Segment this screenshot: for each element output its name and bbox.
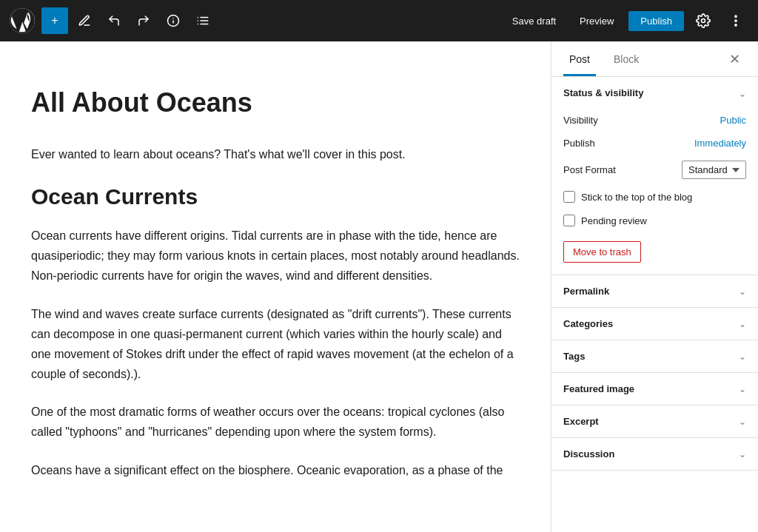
discussion-title: Discussion bbox=[563, 448, 614, 459]
pending-review-label[interactable]: Pending review bbox=[581, 215, 647, 226]
paragraph-5[interactable]: Oceans have a significant effect on the … bbox=[31, 460, 520, 480]
publish-button[interactable]: Publish bbox=[628, 11, 684, 31]
tab-block[interactable]: Block bbox=[608, 41, 645, 76]
sidebar-tabs: Post Block ✕ bbox=[551, 41, 758, 77]
categories-title: Categories bbox=[563, 318, 613, 329]
tab-post[interactable]: Post bbox=[563, 41, 596, 76]
more-options-button[interactable] bbox=[722, 7, 749, 34]
post-format-row: Post Format Standard Aside Chat Gallery … bbox=[563, 155, 746, 185]
move-to-trash-button[interactable]: Move to trash bbox=[563, 241, 641, 263]
settings-button[interactable] bbox=[690, 7, 717, 34]
excerpt-chevron: ⌄ bbox=[739, 417, 746, 427]
permalink-title: Permalink bbox=[563, 286, 609, 297]
editor-area[interactable]: All About Oceans Ever wanted to learn ab… bbox=[0, 41, 551, 532]
sidebar-close-button[interactable]: ✕ bbox=[722, 47, 746, 71]
sidebar: Post Block ✕ Status & visibility ⌃ Visib… bbox=[551, 41, 758, 532]
featured-image-header[interactable]: Featured image ⌄ bbox=[551, 373, 758, 405]
publish-value[interactable]: Immediately bbox=[694, 138, 746, 149]
undo-button[interactable] bbox=[101, 7, 127, 34]
tags-header[interactable]: Tags ⌄ bbox=[551, 340, 758, 372]
status-visibility-content: Visibility Public Publish Immediately Po… bbox=[551, 109, 758, 275]
stick-to-top-row: Stick to the top of the blog bbox=[563, 185, 746, 209]
permalink-chevron: ⌄ bbox=[739, 286, 746, 297]
svg-point-12 bbox=[735, 20, 737, 21]
post-format-select[interactable]: Standard Aside Chat Gallery Link Image Q… bbox=[682, 161, 746, 179]
svg-point-11 bbox=[735, 16, 737, 17]
excerpt-title: Excerpt bbox=[563, 416, 599, 427]
tags-chevron: ⌄ bbox=[739, 351, 746, 362]
status-visibility-title: Status & visibility bbox=[563, 87, 643, 98]
categories-section: Categories ⌄ bbox=[551, 308, 758, 340]
visibility-label: Visibility bbox=[563, 115, 598, 126]
excerpt-section: Excerpt ⌄ bbox=[551, 405, 758, 438]
paragraph-4[interactable]: One of the most dramatic forms of weathe… bbox=[31, 402, 520, 442]
discussion-section: Discussion ⌄ bbox=[551, 438, 758, 471]
info-button[interactable] bbox=[160, 7, 187, 34]
toolbar-right: Save draft Preview Publish bbox=[503, 7, 749, 34]
post-title[interactable]: All About Oceans bbox=[31, 86, 520, 121]
redo-button[interactable] bbox=[130, 7, 157, 34]
list-view-button[interactable] bbox=[190, 7, 216, 34]
tags-section: Tags ⌄ bbox=[551, 340, 758, 373]
wp-logo[interactable] bbox=[9, 7, 36, 34]
visibility-row: Visibility Public bbox=[563, 109, 746, 132]
pending-review-checkbox[interactable] bbox=[563, 215, 575, 226]
stick-to-top-label[interactable]: Stick to the top of the blog bbox=[581, 192, 692, 203]
top-toolbar: + Save draft Preview Publish bbox=[0, 0, 758, 41]
status-visibility-section: Status & visibility ⌃ Visibility Public … bbox=[551, 77, 758, 275]
featured-image-section: Featured image ⌄ bbox=[551, 373, 758, 405]
svg-point-10 bbox=[702, 19, 705, 23]
pending-review-row: Pending review bbox=[563, 209, 746, 232]
discussion-chevron: ⌄ bbox=[739, 449, 746, 459]
permalink-section: Permalink ⌄ bbox=[551, 275, 758, 308]
featured-image-title: Featured image bbox=[563, 383, 634, 394]
stick-to-top-checkbox[interactable] bbox=[563, 191, 575, 203]
heading-ocean-currents[interactable]: Ocean Currents bbox=[31, 182, 520, 211]
publish-label: Publish bbox=[563, 138, 595, 149]
featured-image-chevron: ⌄ bbox=[739, 384, 746, 394]
publish-row: Publish Immediately bbox=[563, 132, 746, 155]
status-visibility-header[interactable]: Status & visibility ⌃ bbox=[551, 77, 758, 109]
editor-content: All About Oceans Ever wanted to learn ab… bbox=[1, 86, 549, 488]
save-draft-button[interactable]: Save draft bbox=[503, 11, 565, 31]
excerpt-header[interactable]: Excerpt ⌄ bbox=[551, 405, 758, 437]
svg-point-13 bbox=[735, 24, 737, 26]
intro-paragraph[interactable]: Ever wanted to learn about oceans? That'… bbox=[31, 144, 520, 164]
paragraph-2[interactable]: Ocean currents have different origins. T… bbox=[31, 226, 520, 286]
tools-button[interactable] bbox=[71, 7, 98, 34]
permalink-header[interactable]: Permalink ⌄ bbox=[551, 275, 758, 307]
post-format-label: Post Format bbox=[563, 164, 616, 175]
categories-chevron: ⌄ bbox=[739, 319, 746, 329]
discussion-header[interactable]: Discussion ⌄ bbox=[551, 438, 758, 470]
preview-button[interactable]: Preview bbox=[571, 11, 623, 31]
categories-header[interactable]: Categories ⌄ bbox=[551, 308, 758, 340]
add-block-button[interactable]: + bbox=[41, 7, 68, 34]
visibility-value[interactable]: Public bbox=[720, 115, 746, 126]
status-visibility-chevron: ⌃ bbox=[739, 88, 746, 98]
main-area: All About Oceans Ever wanted to learn ab… bbox=[0, 41, 758, 532]
paragraph-3[interactable]: The wind and waves create surface curren… bbox=[31, 304, 520, 385]
tags-title: Tags bbox=[563, 351, 585, 362]
